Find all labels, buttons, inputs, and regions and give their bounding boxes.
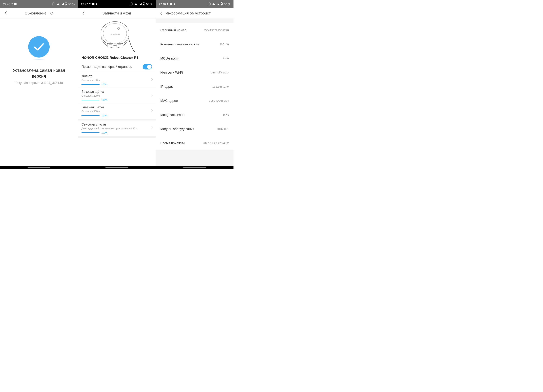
homepage-presentation-toggle-row: Презентация на первой странице [78,62,156,72]
dnd-icon [52,3,55,6]
info-label: Серийный номер [160,28,186,32]
signal-icon [217,3,219,5]
update-status-text: Установлена самая новая версия [7,67,71,79]
notification-dot-icon [14,3,17,5]
chevron-right-icon [151,94,153,97]
status-bar: 22:47 f 53 % [78,0,156,8]
status-time: 22:48 [159,3,166,6]
nav-pill-icon [183,167,206,168]
battery-percent: 53 % [224,3,230,6]
info-row-compiled-version: Компилированная версия 366140 [156,37,233,51]
device-name: HONOR CHOICE Robot Cleaner R1 [78,55,156,62]
facebook-icon: f [11,2,13,6]
svg-point-1 [101,22,129,45]
part-item-side-brush[interactable]: Боковая щётка Осталось 200 ч. 100% [78,88,156,103]
part-item-main-brush[interactable]: Главная щётка Осталось 300 ч. 100% [78,103,156,120]
part-name: Сенсоры спустя [81,123,152,126]
notification-dot-icon [170,3,172,5]
info-row-ip-address: IP-адрес 192.168.1.45 [156,80,233,94]
part-remaining: Осталось 150 ч. [81,79,152,82]
info-row-mac-address: MAC-адрес B05947C66BE4 [156,94,233,108]
info-row-bind-time: Время привязки 2022-01-29 22:24:02 [156,136,233,150]
status-bar: 22:45 f 53 % [0,0,78,8]
notification-dot-icon [92,3,95,5]
wifi-icon [134,3,138,5]
screen-device-info: 22:48 f 53 % Информация об устройст Сери… [156,0,233,168]
facebook-icon: f [167,2,168,6]
info-label: Компилированная версия [160,43,199,46]
part-progress: 100% [81,83,152,86]
dnd-icon [208,3,211,6]
chevron-right-icon [151,109,153,113]
back-button[interactable] [80,10,86,17]
part-item-sensors[interactable]: Сенсоры спустя До следующей очистки сенс… [78,120,156,138]
back-button[interactable] [2,10,9,17]
nav-pill-icon [28,167,50,168]
info-row-wifi-power: Мощность Wi-Fi 99% [156,108,233,122]
info-label: IP-адрес [160,85,174,89]
page-title: Запчасти и уход [86,11,147,15]
navigation-bar[interactable] [156,166,233,168]
svg-rect-4 [108,44,113,47]
battery-percent: 53 % [68,3,74,6]
status-right: 53 % [52,3,74,6]
info-row-serial: Серийный номер 55041967219S1278 [156,23,233,37]
status-bar: 22:48 f 53 % [156,0,233,8]
status-time: 22:47 [81,3,88,6]
part-name: Фильтр [81,74,152,78]
info-value: 1.4.0 [223,57,229,60]
battery-icon [221,3,223,6]
navigation-bar[interactable] [0,166,78,168]
part-percent: 100% [101,83,107,86]
part-progress: 100% [81,114,152,117]
info-label: Имя сети Wi-Fi [160,71,183,74]
status-right: 53 % [208,3,230,6]
info-label: Мощность Wi-Fi [160,113,185,117]
part-progress: 100% [81,99,152,101]
navigation-bar[interactable] [78,166,156,168]
chevron-left-icon [160,11,162,15]
info-value: iXBT-office-2G [210,71,229,74]
battery-icon [65,3,67,6]
info-value: 99% [223,113,229,117]
homepage-presentation-switch[interactable] [143,64,152,69]
nav-header: Запчасти и уход [78,8,156,18]
device-info-list: Серийный номер 55041967219S1278 Компилир… [156,23,233,150]
screen-firmware-update: 22:45 f 53 % Обновление ПО Установлена с… [0,0,78,168]
part-name: Главная щётка [81,106,152,109]
robot-vacuum-icon: ROBOT VACUUM [98,21,135,52]
info-value: 192.168.1.45 [212,85,229,88]
toggle-label: Презентация на первой странице [81,65,132,69]
current-version-text: Текущая версия: 3.6.24_366140 [15,81,63,85]
part-name: Боковая щётка [81,90,152,94]
part-item-filter[interactable]: Фильтр Осталось 150 ч. 100% [78,72,156,88]
signal-icon [139,3,141,5]
success-badge [28,36,50,57]
info-value: 366140 [219,43,229,46]
info-row-hardware-model: Модель оборудования HOR-001 [156,122,233,136]
status-left: 22:47 f [81,2,97,6]
info-value: 2022-01-29 22:24:02 [203,141,229,145]
part-remaining: Осталось 200 ч. [81,94,152,97]
part-progress: 100% [81,131,152,134]
info-value: B05947C66BE4 [209,99,229,102]
nav-header: Обновление ПО [0,8,78,18]
info-label: MCU-версия [160,57,179,60]
status-time: 22:45 [3,3,10,6]
notification-dot-small-icon [96,3,97,5]
status-right: 53 % [130,3,153,6]
back-button[interactable] [158,10,164,17]
signal-icon [61,3,64,5]
dnd-icon [130,3,133,6]
battery-percent: 53 % [146,3,153,6]
wifi-icon [212,3,215,5]
part-remaining: Осталось 300 ч. [81,110,152,113]
info-row-wifi-name: Имя сети Wi-Fi iXBT-office-2G [156,66,233,80]
nav-pill-icon [105,167,128,168]
chevron-right-icon [151,78,153,82]
battery-icon [143,3,145,6]
status-left: 22:48 f [159,2,175,6]
badge-shadow [32,59,45,60]
chevron-left-icon [4,11,7,15]
info-value: 55041967219S1278 [204,28,229,32]
